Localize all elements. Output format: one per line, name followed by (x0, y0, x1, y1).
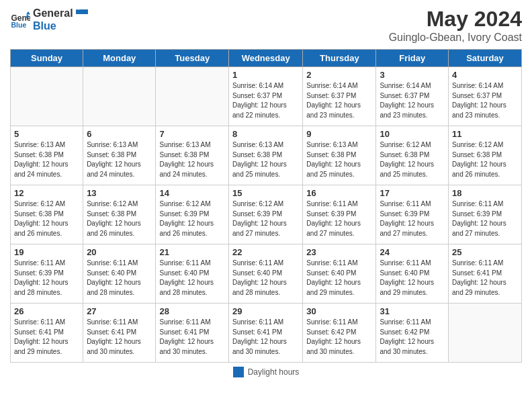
day-info: Sunrise: 6:11 AM Sunset: 6:39 PM Dayligh… (380, 199, 445, 238)
day-info: Sunrise: 6:11 AM Sunset: 6:41 PM Dayligh… (87, 318, 152, 357)
main-title: May 2024 (389, 7, 522, 32)
calendar-day-cell: 12Sunrise: 6:12 AM Sunset: 6:38 PM Dayli… (11, 185, 83, 244)
weekday-header-cell: Friday (376, 50, 449, 67)
day-number: 21 (159, 247, 225, 257)
calendar-day-cell: 23Sunrise: 6:11 AM Sunset: 6:40 PM Dayli… (303, 244, 376, 304)
day-number: 30 (306, 306, 372, 316)
day-info: Sunrise: 6:11 AM Sunset: 6:39 PM Dayligh… (452, 199, 518, 238)
calendar-day-cell (156, 67, 229, 126)
logo-general: General (33, 7, 88, 19)
legend-label: Daylight hours (248, 367, 300, 377)
day-number: 17 (380, 188, 445, 198)
calendar-day-cell: 18Sunrise: 6:11 AM Sunset: 6:39 PM Dayli… (449, 185, 522, 244)
day-info: Sunrise: 6:13 AM Sunset: 6:38 PM Dayligh… (306, 140, 372, 179)
day-info: Sunrise: 6:11 AM Sunset: 6:42 PM Dayligh… (306, 318, 372, 357)
calendar-day-cell: 8Sunrise: 6:13 AM Sunset: 6:38 PM Daylig… (229, 126, 303, 185)
calendar-week-row: 26Sunrise: 6:11 AM Sunset: 6:41 PM Dayli… (11, 304, 522, 363)
day-number: 2 (306, 70, 372, 80)
day-number: 3 (380, 70, 445, 80)
title-block: May 2024 Guinglo-Gbean, Ivory Coast (389, 7, 522, 44)
calendar-day-cell: 5Sunrise: 6:13 AM Sunset: 6:38 PM Daylig… (11, 126, 83, 185)
day-info: Sunrise: 6:14 AM Sunset: 6:37 PM Dayligh… (452, 81, 518, 120)
day-info: Sunrise: 6:14 AM Sunset: 6:37 PM Dayligh… (306, 81, 372, 120)
calendar-day-cell: 3Sunrise: 6:14 AM Sunset: 6:37 PM Daylig… (376, 67, 449, 126)
logo-blue: Blue (33, 19, 88, 32)
calendar-day-cell: 29Sunrise: 6:11 AM Sunset: 6:41 PM Dayli… (229, 304, 303, 363)
day-info: Sunrise: 6:11 AM Sunset: 6:41 PM Dayligh… (452, 259, 518, 298)
legend-color-box (233, 367, 244, 377)
day-info: Sunrise: 6:13 AM Sunset: 6:38 PM Dayligh… (232, 140, 299, 179)
day-info: Sunrise: 6:14 AM Sunset: 6:37 PM Dayligh… (232, 81, 299, 120)
calendar-day-cell: 13Sunrise: 6:12 AM Sunset: 6:38 PM Dayli… (83, 185, 156, 244)
calendar: SundayMondayTuesdayWednesdayThursdayFrid… (10, 49, 522, 363)
logo: General Blue General Blue (10, 7, 88, 32)
day-info: Sunrise: 6:11 AM Sunset: 6:39 PM Dayligh… (306, 199, 372, 238)
calendar-day-cell: 6Sunrise: 6:13 AM Sunset: 6:38 PM Daylig… (83, 126, 156, 185)
calendar-day-cell: 11Sunrise: 6:12 AM Sunset: 6:38 PM Dayli… (449, 126, 522, 185)
weekday-header-row: SundayMondayTuesdayWednesdayThursdayFrid… (11, 50, 522, 67)
day-number: 12 (14, 188, 79, 198)
day-number: 18 (452, 188, 518, 198)
subtitle: Guinglo-Gbean, Ivory Coast (389, 32, 522, 44)
calendar-week-row: 12Sunrise: 6:12 AM Sunset: 6:38 PM Dayli… (11, 185, 522, 244)
calendar-day-cell (11, 67, 83, 126)
calendar-day-cell: 31Sunrise: 6:11 AM Sunset: 6:42 PM Dayli… (376, 304, 449, 363)
calendar-day-cell: 27Sunrise: 6:11 AM Sunset: 6:41 PM Dayli… (83, 304, 156, 363)
calendar-day-cell (83, 67, 156, 126)
day-info: Sunrise: 6:12 AM Sunset: 6:38 PM Dayligh… (452, 140, 518, 179)
calendar-day-cell: 28Sunrise: 6:11 AM Sunset: 6:41 PM Dayli… (156, 304, 229, 363)
day-number: 5 (14, 129, 79, 139)
day-info: Sunrise: 6:11 AM Sunset: 6:41 PM Dayligh… (14, 318, 79, 357)
calendar-day-cell: 25Sunrise: 6:11 AM Sunset: 6:41 PM Dayli… (449, 244, 522, 304)
logo-icon: General Blue (10, 9, 30, 30)
calendar-day-cell: 22Sunrise: 6:11 AM Sunset: 6:40 PM Dayli… (229, 244, 303, 304)
legend-row: Daylight hours (10, 367, 522, 377)
day-number: 8 (232, 129, 299, 139)
calendar-day-cell: 7Sunrise: 6:13 AM Sunset: 6:38 PM Daylig… (156, 126, 229, 185)
header: General Blue General Blue May 2024 Guing… (10, 7, 522, 44)
page: General Blue General Blue May 2024 Guing… (0, 0, 532, 411)
calendar-day-cell: 16Sunrise: 6:11 AM Sunset: 6:39 PM Dayli… (303, 185, 376, 244)
day-info: Sunrise: 6:12 AM Sunset: 6:38 PM Dayligh… (87, 199, 152, 238)
day-number: 22 (232, 247, 299, 257)
calendar-day-cell: 21Sunrise: 6:11 AM Sunset: 6:40 PM Dayli… (156, 244, 229, 304)
day-info: Sunrise: 6:11 AM Sunset: 6:42 PM Dayligh… (380, 318, 445, 357)
weekday-header-cell: Tuesday (156, 50, 229, 67)
calendar-day-cell: 4Sunrise: 6:14 AM Sunset: 6:37 PM Daylig… (449, 67, 522, 126)
day-number: 4 (452, 70, 518, 80)
day-number: 11 (452, 129, 518, 139)
calendar-day-cell: 26Sunrise: 6:11 AM Sunset: 6:41 PM Dayli… (11, 304, 83, 363)
calendar-day-cell: 15Sunrise: 6:12 AM Sunset: 6:39 PM Dayli… (229, 185, 303, 244)
calendar-day-cell (449, 304, 522, 363)
calendar-day-cell: 2Sunrise: 6:14 AM Sunset: 6:37 PM Daylig… (303, 67, 376, 126)
calendar-day-cell: 17Sunrise: 6:11 AM Sunset: 6:39 PM Dayli… (376, 185, 449, 244)
calendar-day-cell: 9Sunrise: 6:13 AM Sunset: 6:38 PM Daylig… (303, 126, 376, 185)
calendar-day-cell: 30Sunrise: 6:11 AM Sunset: 6:42 PM Dayli… (303, 304, 376, 363)
day-number: 27 (87, 306, 152, 316)
day-number: 13 (87, 188, 152, 198)
calendar-day-cell: 14Sunrise: 6:12 AM Sunset: 6:39 PM Dayli… (156, 185, 229, 244)
day-number: 28 (159, 306, 225, 316)
calendar-body: 1Sunrise: 6:14 AM Sunset: 6:37 PM Daylig… (11, 67, 522, 363)
day-info: Sunrise: 6:11 AM Sunset: 6:40 PM Dayligh… (159, 259, 225, 298)
calendar-day-cell: 19Sunrise: 6:11 AM Sunset: 6:39 PM Dayli… (11, 244, 83, 304)
day-info: Sunrise: 6:12 AM Sunset: 6:39 PM Dayligh… (232, 199, 299, 238)
day-info: Sunrise: 6:12 AM Sunset: 6:38 PM Dayligh… (380, 140, 445, 179)
day-info: Sunrise: 6:11 AM Sunset: 6:39 PM Dayligh… (14, 259, 79, 298)
weekday-header-cell: Sunday (11, 50, 83, 67)
calendar-week-row: 1Sunrise: 6:14 AM Sunset: 6:37 PM Daylig… (11, 67, 522, 126)
day-info: Sunrise: 6:11 AM Sunset: 6:41 PM Dayligh… (232, 318, 299, 357)
day-number: 7 (159, 129, 225, 139)
day-info: Sunrise: 6:11 AM Sunset: 6:40 PM Dayligh… (380, 259, 445, 298)
day-info: Sunrise: 6:13 AM Sunset: 6:38 PM Dayligh… (159, 140, 225, 179)
day-number: 31 (380, 306, 445, 316)
day-info: Sunrise: 6:12 AM Sunset: 6:38 PM Dayligh… (14, 199, 79, 238)
day-number: 29 (232, 306, 299, 316)
day-number: 19 (14, 247, 79, 257)
weekday-header-cell: Wednesday (229, 50, 303, 67)
day-number: 1 (232, 70, 299, 80)
calendar-week-row: 5Sunrise: 6:13 AM Sunset: 6:38 PM Daylig… (11, 126, 522, 185)
day-number: 26 (14, 306, 79, 316)
day-number: 23 (306, 247, 372, 257)
calendar-day-cell: 24Sunrise: 6:11 AM Sunset: 6:40 PM Dayli… (376, 244, 449, 304)
